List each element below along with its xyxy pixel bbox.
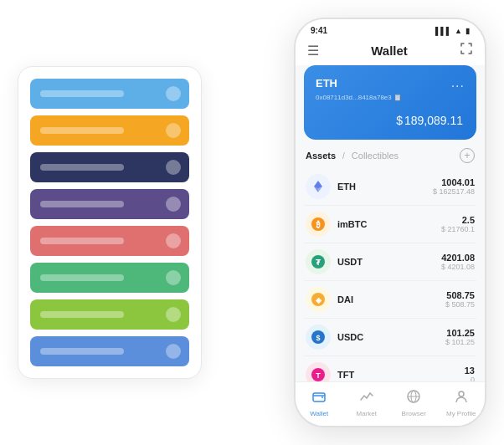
asset-list: ETH 1004.01 $ 162517.48 ₿ imBTC 2.5 $ 21… [304, 168, 476, 381]
tab-collectibles[interactable]: Collectibles [352, 151, 399, 161]
asset-name: USDC [337, 332, 445, 342]
profile-nav-label: My Profile [446, 410, 476, 417]
browser-nav-icon [406, 389, 421, 408]
table-row[interactable]: T TFT 13 0 [304, 356, 476, 381]
asset-amount-usd: $ 21760.1 [441, 225, 475, 233]
list-item[interactable] [30, 263, 189, 293]
card-label [40, 201, 124, 207]
card-icon [166, 123, 181, 138]
card-icon [166, 344, 181, 359]
card-label [40, 311, 124, 318]
tft-asset-icon: T [306, 362, 331, 381]
usdt-asset-icon: ₮ [306, 249, 331, 274]
scene: 9:41 ▌▌▌ ▲ ▮ ☰ Wallet ETH ... [18, 13, 486, 432]
card-icon [166, 86, 181, 101]
dai-asset-icon: ◈ [306, 287, 331, 312]
asset-amounts: 4201.08 $ 4201.08 [441, 253, 475, 271]
asset-name: DAI [337, 294, 445, 304]
table-row[interactable]: $ USDC 101.25 $ 101.25 [304, 319, 476, 356]
add-icon: + [464, 150, 470, 161]
asset-amounts: 1004.01 $ 162517.48 [433, 177, 475, 196]
profile-nav-icon [454, 389, 469, 408]
card-icon [166, 233, 181, 248]
svg-text:$: $ [316, 334, 320, 342]
asset-amount-usd: $ 4201.08 [441, 263, 475, 271]
svg-text:T: T [316, 371, 321, 380]
assets-header: Assets / Collectibles + [304, 148, 476, 163]
asset-amount-usd: $ 101.25 [445, 338, 475, 346]
eth-card[interactable]: ETH ... 0x08711d3d...8418a78e3 📋 $189,08… [304, 65, 476, 140]
market-nav-icon [359, 389, 374, 408]
asset-amount-usd: $ 162517.48 [433, 187, 475, 196]
asset-name: ETH [337, 182, 433, 192]
status-bar: 9:41 ▌▌▌ ▲ ▮ [296, 19, 485, 38]
asset-amount-main: 13 [465, 366, 475, 376]
list-item[interactable] [30, 115, 189, 146]
list-item[interactable] [30, 152, 189, 182]
nav-market[interactable]: Market [343, 389, 391, 417]
card-stack [18, 66, 202, 379]
svg-text:₿: ₿ [316, 220, 321, 229]
assets-tabs: Assets / Collectibles [306, 151, 399, 161]
asset-amount-main: 508.75 [445, 290, 475, 300]
list-item[interactable] [30, 336, 189, 366]
card-icon [166, 197, 181, 212]
card-label [40, 238, 124, 244]
phone-mockup: 9:41 ▌▌▌ ▲ ▮ ☰ Wallet ETH ... [294, 18, 486, 427]
signal-icon: ▌▌▌ [435, 27, 451, 35]
card-label [40, 274, 124, 281]
eth-card-dots[interactable]: ... [451, 75, 465, 90]
status-time: 9:41 [311, 26, 327, 35]
eth-card-amount: $189,089.11 [316, 108, 465, 130]
nav-browser[interactable]: Browser [390, 389, 438, 417]
card-label [40, 127, 124, 134]
card-label [40, 348, 124, 355]
eth-card-address: 0x08711d3d...8418a78e3 📋 [316, 94, 465, 101]
phone-body: ETH ... 0x08711d3d...8418a78e3 📋 $189,08… [296, 65, 485, 381]
list-item[interactable] [30, 189, 189, 219]
asset-amount-main: 2.5 [441, 215, 475, 225]
tab-assets[interactable]: Assets [306, 151, 336, 161]
expand-icon[interactable] [460, 42, 473, 59]
bottom-nav: Wallet Market Browser My Profile [296, 381, 485, 426]
asset-amount-usd: 0 [465, 376, 475, 381]
asset-amounts: 13 0 [465, 366, 475, 381]
list-item[interactable] [30, 79, 189, 109]
nav-wallet[interactable]: Wallet [296, 389, 343, 417]
asset-name: imBTC [337, 219, 441, 229]
asset-amount-main: 1004.01 [433, 177, 475, 187]
usdc-asset-icon: $ [306, 325, 331, 350]
list-item[interactable] [30, 299, 189, 330]
asset-name: TFT [337, 370, 465, 380]
phone-header: ☰ Wallet [296, 38, 485, 65]
eth-asset-icon [306, 174, 331, 199]
asset-amount-main: 4201.08 [441, 253, 475, 263]
wifi-icon: ▲ [455, 27, 462, 35]
wallet-nav-label: Wallet [310, 410, 328, 417]
asset-name: USDT [337, 257, 441, 267]
asset-amount-main: 101.25 [445, 328, 475, 338]
card-icon [166, 160, 181, 175]
menu-icon[interactable]: ☰ [307, 43, 319, 59]
list-item[interactable] [30, 226, 189, 256]
asset-amount-usd: $ 508.75 [445, 300, 475, 309]
asset-amounts: 508.75 $ 508.75 [445, 290, 475, 309]
table-row[interactable]: ₿ imBTC 2.5 $ 21760.1 [304, 206, 476, 243]
header-title: Wallet [319, 43, 460, 58]
add-asset-button[interactable]: + [460, 148, 475, 163]
status-icons: ▌▌▌ ▲ ▮ [435, 27, 470, 35]
nav-profile[interactable]: My Profile [438, 389, 486, 417]
card-icon [166, 270, 181, 285]
table-row[interactable]: ETH 1004.01 $ 162517.48 [304, 168, 476, 206]
table-row[interactable]: ₮ USDT 4201.08 $ 4201.08 [304, 243, 476, 281]
wallet-nav-icon [311, 389, 327, 408]
svg-point-17 [459, 391, 464, 396]
browser-nav-label: Browser [402, 410, 426, 417]
imbtc-asset-icon: ₿ [306, 212, 331, 237]
amount-value: 189,089.11 [404, 114, 463, 127]
table-row[interactable]: ◈ DAI 508.75 $ 508.75 [304, 281, 476, 319]
eth-card-name: ETH [316, 77, 337, 90]
svg-text:₮: ₮ [316, 258, 321, 267]
asset-amounts: 101.25 $ 101.25 [445, 328, 475, 346]
card-label [40, 90, 124, 97]
